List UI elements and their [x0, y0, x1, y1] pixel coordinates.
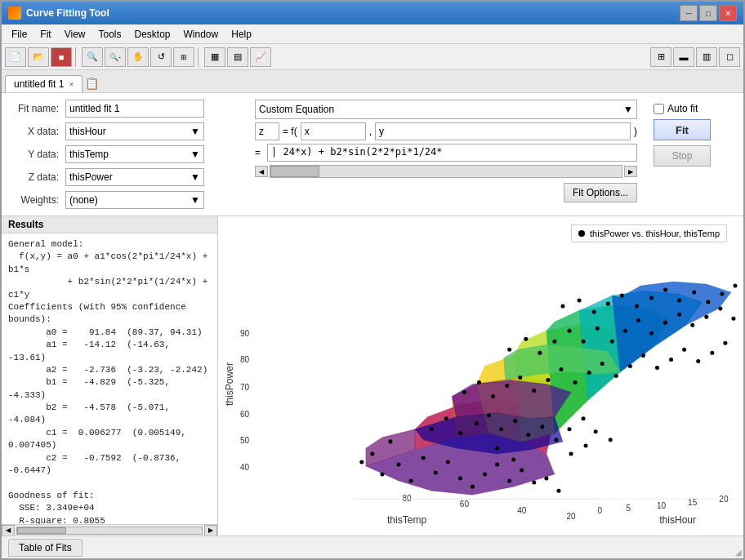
color-button[interactable]: ■	[51, 47, 72, 67]
grid-view-1[interactable]: ⊞	[650, 47, 671, 67]
main-window: Curve Fitting Tool ─ □ ✕ File Fit View T…	[0, 0, 745, 560]
svg-point-47	[444, 416, 448, 420]
new-tab-button[interactable]: 📋	[83, 74, 100, 92]
z-data-row: Z data: thisPower ▼	[10, 168, 239, 186]
fit-tab[interactable]: untitled fit 1 ×	[5, 75, 83, 92]
chart-button[interactable]: ▤	[227, 47, 248, 67]
svg-point-70	[600, 362, 604, 366]
svg-point-105	[677, 299, 681, 303]
svg-point-33	[409, 479, 413, 483]
results-scrollbar-track[interactable]	[16, 527, 203, 535]
y-data-row: Y data: thisTemp ▼	[10, 145, 239, 163]
svg-point-74	[655, 366, 659, 370]
open-button[interactable]: 📂	[28, 47, 49, 67]
svg-point-104	[663, 287, 667, 291]
svg-point-72	[628, 364, 632, 368]
z-data-select[interactable]: thisPower ▼	[65, 168, 204, 186]
new-button[interactable]: 📄	[5, 47, 26, 67]
minimize-button[interactable]: ─	[680, 5, 698, 21]
y-data-select[interactable]: thisTemp ▼	[65, 145, 204, 163]
eq-formula-text: | 24*x) + b2*sin(2*2*pi*1/24*	[271, 146, 443, 158]
svg-point-67	[559, 367, 563, 371]
grid-button[interactable]: ⊞	[173, 47, 194, 67]
menu-view[interactable]: View	[58, 27, 92, 42]
fit-options-button[interactable]: Fit Options...	[564, 183, 637, 202]
fit-button[interactable]: Fit	[654, 119, 711, 140]
svg-point-98	[578, 299, 582, 303]
x-data-arrow-icon: ▼	[190, 126, 200, 137]
plot-button[interactable]: 📈	[250, 47, 271, 67]
eq-scroll-right-button[interactable]: ▶	[624, 166, 637, 177]
eq-scrollbar-row: ◀ ▶	[255, 165, 637, 178]
weights-select[interactable]: (none) ▼	[65, 191, 204, 209]
svg-text:thisTemp: thisTemp	[387, 514, 427, 526]
eq-close-paren-label: )	[634, 126, 637, 137]
zoom-in-button[interactable]: 🔍	[82, 47, 103, 67]
svg-point-69	[587, 371, 591, 375]
eq-y-input[interactable]	[375, 122, 631, 140]
legend-dot-icon	[578, 230, 585, 237]
results-scroll-right[interactable]: ▶	[204, 525, 217, 536]
maximize-button[interactable]: □	[699, 5, 717, 21]
eq-scrollbar-thumb[interactable]	[270, 166, 319, 177]
results-scrollbar-thumb[interactable]	[17, 527, 66, 534]
results-scrollbar: ◀ ▶	[2, 524, 217, 536]
results-scroll-left[interactable]: ◀	[2, 525, 15, 536]
x-data-select[interactable]: thisHour ▼	[65, 122, 204, 140]
title-bar-left: Curve Fitting Tool	[8, 7, 109, 20]
eq-scroll-left-button[interactable]: ◀	[255, 166, 268, 177]
toolbar-right: ⊞ ▬ ▥ ◻	[650, 47, 740, 67]
zoom-out-button[interactable]: 🔍-	[105, 47, 126, 67]
svg-point-31	[380, 473, 384, 477]
weights-row: Weights: (none) ▼	[10, 191, 239, 209]
svg-text:60: 60	[460, 500, 470, 509]
svg-point-38	[471, 485, 475, 489]
auto-fit-row: Auto fit	[654, 103, 698, 114]
pan-button[interactable]: ✋	[127, 47, 149, 67]
fit-middle-panel: Custom Equation ▼ = f( , ) = | 24*x) + b…	[255, 100, 637, 209]
svg-point-115	[569, 451, 573, 456]
stop-button[interactable]: Stop	[654, 145, 711, 167]
fit-name-input[interactable]	[65, 100, 204, 118]
tab-label: untitled fit 1	[14, 78, 64, 90]
equation-type-select[interactable]: Custom Equation ▼	[255, 100, 637, 119]
auto-fit-checkbox[interactable]	[654, 104, 664, 114]
results-title: Results	[2, 216, 217, 233]
eq-scrollbar-track[interactable]	[270, 165, 622, 178]
table-of-fits-tab[interactable]: Table of Fits	[8, 539, 83, 557]
grid-view-3[interactable]: ▥	[696, 47, 717, 67]
svg-point-65	[532, 389, 536, 393]
fit-name-row: Fit name:	[10, 100, 239, 118]
menu-desktop[interactable]: Desktop	[128, 27, 177, 42]
svg-point-62	[491, 394, 495, 398]
menu-help[interactable]: Help	[225, 27, 258, 42]
svg-point-34	[422, 456, 426, 460]
svg-point-113	[495, 446, 499, 450]
resize-handle[interactable]: ◢	[735, 548, 742, 557]
bottom-bar: Table of Fits ◢	[2, 536, 743, 558]
grid-view-2[interactable]: ▬	[673, 47, 694, 67]
svg-point-100	[606, 302, 610, 306]
separator-1	[75, 47, 78, 67]
rotate-button[interactable]: ↺	[150, 47, 172, 67]
window-title: Curve Fitting Tool	[26, 7, 109, 19]
close-button[interactable]: ✕	[719, 5, 737, 21]
svg-point-114	[511, 457, 515, 461]
menu-window[interactable]: Window	[177, 27, 225, 42]
svg-text:50: 50	[240, 436, 250, 445]
svg-point-50	[487, 413, 491, 417]
menu-tools[interactable]: Tools	[91, 27, 127, 42]
tab-close-button[interactable]: ×	[69, 80, 74, 89]
svg-text:10: 10	[657, 501, 667, 510]
menu-fit[interactable]: Fit	[33, 27, 57, 42]
grid-view-4[interactable]: ◻	[719, 47, 740, 67]
eq-x-input[interactable]	[301, 122, 366, 140]
svg-point-63	[505, 384, 509, 388]
eq-z-input[interactable]	[255, 122, 279, 140]
chart-area: thisPower vs. thisHour, thisTemp thisPow…	[218, 216, 743, 536]
table-button[interactable]: ▦	[204, 47, 225, 67]
svg-point-90	[649, 331, 654, 336]
svg-point-73	[641, 353, 645, 358]
menu-file[interactable]: File	[5, 27, 33, 42]
svg-point-54	[540, 424, 544, 429]
